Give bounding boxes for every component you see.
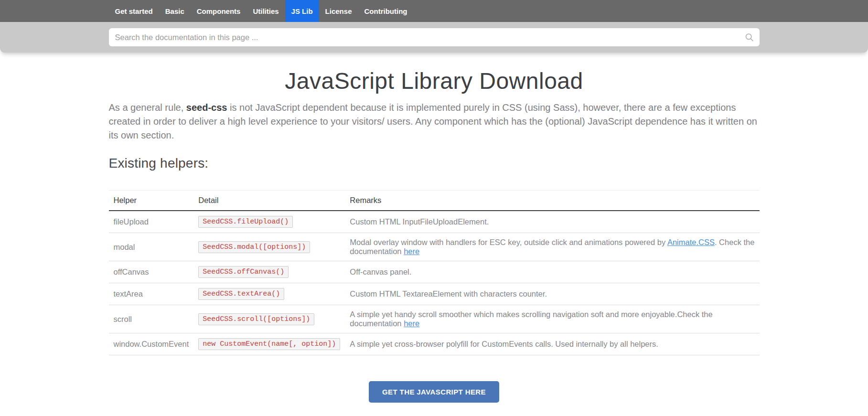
nav-item-get-started[interactable]: Get started [109,0,159,22]
code-snippet: SeedCSS.textArea() [198,288,284,300]
search-bar [109,28,760,46]
column-header-remarks: Remarks [345,191,759,211]
seed-css-emphasis: seed-css [186,102,227,113]
table-row: offCanvasSeedCSS.offCanvas()Off-canvas p… [109,261,760,283]
helpers-table-body: fileUploadSeedCSS.fileUpload()Custom HTM… [109,211,760,355]
nav-item-js-lib[interactable]: JS Lib [285,0,319,22]
nav-menu: Get startedBasicComponentsUtilitiesJS Li… [109,0,414,22]
detail-cell: SeedCSS.fileUpload() [193,211,345,233]
table-row: textAreaSeedCSS.textArea()Custom HTML Te… [109,283,760,305]
cta-section: GET THE JAVASCRIPT HERE It is plug-and-p… [109,381,760,416]
top-navigation: Get startedBasicComponentsUtilitiesJS Li… [0,0,868,22]
remarks-cell: A simple yet handy scroll smoother which… [345,305,759,333]
remark-text: Modal overlay window with handlers for E… [350,238,667,246]
nav-item-contributing[interactable]: Contributing [358,0,413,22]
code-snippet: SeedCSS.fileUpload() [198,216,293,228]
column-header-detail: Detail [193,191,345,211]
detail-cell: new CustomEvent(name[, option]) [193,333,345,355]
table-row: scrollSeedCSS.scroll([options])A simple … [109,305,760,333]
helpers-table: Helper Detail Remarks fileUploadSeedCSS.… [109,190,760,355]
remarks-cell: Modal overlay window with handlers for E… [345,233,759,261]
detail-cell: SeedCSS.offCanvas() [193,261,345,283]
table-row: modalSeedCSS.modal([options])Modal overl… [109,233,760,261]
cta-note: It is plug-and-play and dependecy free. [109,413,760,416]
code-snippet: SeedCSS.modal([options]) [198,241,310,253]
table-header-row: Helper Detail Remarks [109,191,760,211]
helper-name-cell: offCanvas [109,261,194,283]
remark-text: Custom HTML TextareaElement with charact… [350,289,547,298]
helper-name-cell: scroll [109,305,194,333]
main-content: JavaScript Library Download As a general… [109,68,760,416]
detail-cell: SeedCSS.scroll([options]) [193,305,345,333]
page-title: JavaScript Library Download [109,68,760,94]
code-snippet: SeedCSS.scroll([options]) [198,313,314,325]
remarks-cell: Custom HTML TextareaElement with charact… [345,283,759,305]
code-snippet: SeedCSS.offCanvas() [198,266,289,278]
remark-link[interactable]: here [404,319,419,328]
remark-text: Off-canvas panel. [350,267,411,276]
helper-name-cell: textArea [109,283,194,305]
search-band [0,22,868,53]
section-heading: Existing helpers: [109,156,760,171]
remarks-cell: A simple yet cross-browser polyfill for … [345,333,759,355]
search-icon[interactable] [744,32,754,43]
nav-item-basic[interactable]: Basic [159,0,191,22]
nav-item-utilities[interactable]: Utilities [246,0,285,22]
get-javascript-button[interactable]: GET THE JAVASCRIPT HERE [369,381,499,403]
search-input[interactable] [109,28,760,46]
remark-text: Custom HTML InputFileUploadElement. [350,217,489,226]
remark-link[interactable]: Animate.CSS [667,238,715,246]
remark-text: A simple yet cross-browser polyfill for … [350,340,658,348]
helper-name-cell: window.CustomEvent [109,333,194,355]
table-row: window.CustomEventnew CustomEvent(name[,… [109,333,760,355]
detail-cell: SeedCSS.textArea() [193,283,345,305]
table-row: fileUploadSeedCSS.fileUpload()Custom HTM… [109,211,760,233]
column-header-helper: Helper [109,191,194,211]
detail-cell: SeedCSS.modal([options]) [193,233,345,261]
nav-item-license[interactable]: License [319,0,358,22]
intro-paragraph: As a general rule, seed-css is not JavaS… [109,101,760,142]
helper-name-cell: modal [109,233,194,261]
helper-name-cell: fileUpload [109,211,194,233]
remark-link[interactable]: here [404,247,419,256]
code-snippet: new CustomEvent(name[, option]) [198,338,340,350]
intro-text-prefix: As a general rule, [109,102,186,113]
remarks-cell: Custom HTML InputFileUploadElement. [345,211,759,233]
remarks-cell: Off-canvas panel. [345,261,759,283]
nav-item-components[interactable]: Components [191,0,247,22]
